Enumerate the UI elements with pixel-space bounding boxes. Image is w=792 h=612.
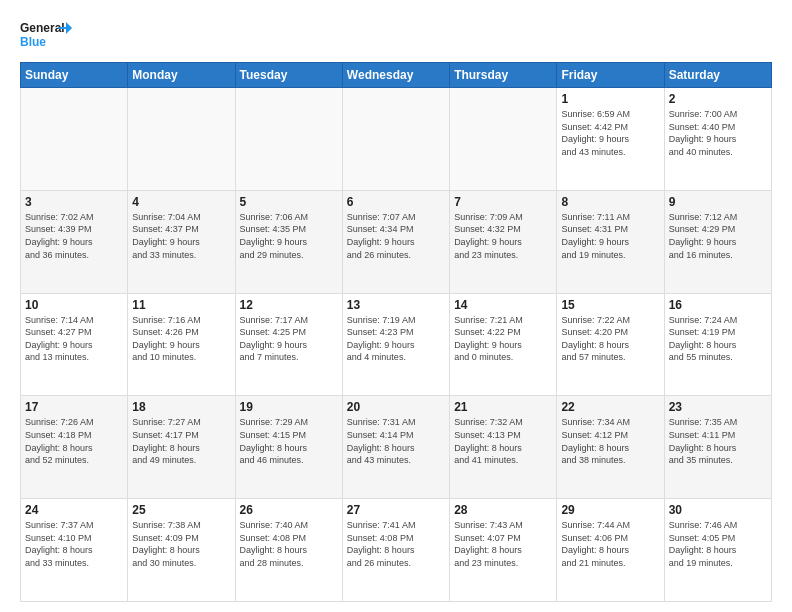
day-number: 23: [669, 400, 767, 414]
calendar-cell: [235, 88, 342, 191]
calendar-cell: 15Sunrise: 7:22 AM Sunset: 4:20 PM Dayli…: [557, 293, 664, 396]
day-number: 27: [347, 503, 445, 517]
logo: General Blue: [20, 16, 72, 54]
calendar-cell: 19Sunrise: 7:29 AM Sunset: 4:15 PM Dayli…: [235, 396, 342, 499]
calendar-cell: 12Sunrise: 7:17 AM Sunset: 4:25 PM Dayli…: [235, 293, 342, 396]
weekday-header: Tuesday: [235, 63, 342, 88]
calendar-cell: 20Sunrise: 7:31 AM Sunset: 4:14 PM Dayli…: [342, 396, 449, 499]
day-info: Sunrise: 7:29 AM Sunset: 4:15 PM Dayligh…: [240, 416, 338, 466]
day-info: Sunrise: 7:21 AM Sunset: 4:22 PM Dayligh…: [454, 314, 552, 364]
day-number: 21: [454, 400, 552, 414]
calendar-cell: 9Sunrise: 7:12 AM Sunset: 4:29 PM Daylig…: [664, 190, 771, 293]
calendar-cell: 11Sunrise: 7:16 AM Sunset: 4:26 PM Dayli…: [128, 293, 235, 396]
calendar-cell: 5Sunrise: 7:06 AM Sunset: 4:35 PM Daylig…: [235, 190, 342, 293]
day-info: Sunrise: 6:59 AM Sunset: 4:42 PM Dayligh…: [561, 108, 659, 158]
calendar-cell: [450, 88, 557, 191]
day-info: Sunrise: 7:12 AM Sunset: 4:29 PM Dayligh…: [669, 211, 767, 261]
day-number: 17: [25, 400, 123, 414]
calendar-cell: [21, 88, 128, 191]
calendar-cell: [128, 88, 235, 191]
day-number: 2: [669, 92, 767, 106]
day-number: 29: [561, 503, 659, 517]
day-info: Sunrise: 7:40 AM Sunset: 4:08 PM Dayligh…: [240, 519, 338, 569]
day-info: Sunrise: 7:31 AM Sunset: 4:14 PM Dayligh…: [347, 416, 445, 466]
calendar-cell: 30Sunrise: 7:46 AM Sunset: 4:05 PM Dayli…: [664, 499, 771, 602]
calendar-cell: 21Sunrise: 7:32 AM Sunset: 4:13 PM Dayli…: [450, 396, 557, 499]
day-info: Sunrise: 7:35 AM Sunset: 4:11 PM Dayligh…: [669, 416, 767, 466]
calendar-cell: 18Sunrise: 7:27 AM Sunset: 4:17 PM Dayli…: [128, 396, 235, 499]
day-number: 28: [454, 503, 552, 517]
day-info: Sunrise: 7:00 AM Sunset: 4:40 PM Dayligh…: [669, 108, 767, 158]
day-number: 7: [454, 195, 552, 209]
calendar-cell: 16Sunrise: 7:24 AM Sunset: 4:19 PM Dayli…: [664, 293, 771, 396]
day-number: 14: [454, 298, 552, 312]
day-number: 8: [561, 195, 659, 209]
day-number: 12: [240, 298, 338, 312]
day-info: Sunrise: 7:11 AM Sunset: 4:31 PM Dayligh…: [561, 211, 659, 261]
weekday-header: Wednesday: [342, 63, 449, 88]
day-info: Sunrise: 7:22 AM Sunset: 4:20 PM Dayligh…: [561, 314, 659, 364]
weekday-header: Monday: [128, 63, 235, 88]
day-number: 19: [240, 400, 338, 414]
day-number: 13: [347, 298, 445, 312]
calendar-cell: 17Sunrise: 7:26 AM Sunset: 4:18 PM Dayli…: [21, 396, 128, 499]
weekday-header: Sunday: [21, 63, 128, 88]
day-info: Sunrise: 7:26 AM Sunset: 4:18 PM Dayligh…: [25, 416, 123, 466]
svg-text:Blue: Blue: [20, 35, 46, 49]
calendar-cell: 8Sunrise: 7:11 AM Sunset: 4:31 PM Daylig…: [557, 190, 664, 293]
svg-text:General: General: [20, 21, 65, 35]
page: General Blue SundayMondayTuesdayWednesda…: [0, 0, 792, 612]
weekday-header: Friday: [557, 63, 664, 88]
calendar-cell: 6Sunrise: 7:07 AM Sunset: 4:34 PM Daylig…: [342, 190, 449, 293]
day-number: 4: [132, 195, 230, 209]
calendar-cell: 26Sunrise: 7:40 AM Sunset: 4:08 PM Dayli…: [235, 499, 342, 602]
day-info: Sunrise: 7:06 AM Sunset: 4:35 PM Dayligh…: [240, 211, 338, 261]
calendar-cell: 10Sunrise: 7:14 AM Sunset: 4:27 PM Dayli…: [21, 293, 128, 396]
calendar-cell: 3Sunrise: 7:02 AM Sunset: 4:39 PM Daylig…: [21, 190, 128, 293]
day-info: Sunrise: 7:19 AM Sunset: 4:23 PM Dayligh…: [347, 314, 445, 364]
calendar-cell: 2Sunrise: 7:00 AM Sunset: 4:40 PM Daylig…: [664, 88, 771, 191]
day-number: 1: [561, 92, 659, 106]
day-info: Sunrise: 7:04 AM Sunset: 4:37 PM Dayligh…: [132, 211, 230, 261]
day-info: Sunrise: 7:16 AM Sunset: 4:26 PM Dayligh…: [132, 314, 230, 364]
day-number: 9: [669, 195, 767, 209]
weekday-header: Thursday: [450, 63, 557, 88]
day-info: Sunrise: 7:34 AM Sunset: 4:12 PM Dayligh…: [561, 416, 659, 466]
day-info: Sunrise: 7:17 AM Sunset: 4:25 PM Dayligh…: [240, 314, 338, 364]
calendar-cell: 23Sunrise: 7:35 AM Sunset: 4:11 PM Dayli…: [664, 396, 771, 499]
day-info: Sunrise: 7:41 AM Sunset: 4:08 PM Dayligh…: [347, 519, 445, 569]
day-info: Sunrise: 7:24 AM Sunset: 4:19 PM Dayligh…: [669, 314, 767, 364]
day-number: 25: [132, 503, 230, 517]
day-number: 20: [347, 400, 445, 414]
day-info: Sunrise: 7:44 AM Sunset: 4:06 PM Dayligh…: [561, 519, 659, 569]
day-info: Sunrise: 7:43 AM Sunset: 4:07 PM Dayligh…: [454, 519, 552, 569]
day-info: Sunrise: 7:32 AM Sunset: 4:13 PM Dayligh…: [454, 416, 552, 466]
calendar-cell: 29Sunrise: 7:44 AM Sunset: 4:06 PM Dayli…: [557, 499, 664, 602]
calendar-cell: 13Sunrise: 7:19 AM Sunset: 4:23 PM Dayli…: [342, 293, 449, 396]
day-info: Sunrise: 7:27 AM Sunset: 4:17 PM Dayligh…: [132, 416, 230, 466]
day-number: 6: [347, 195, 445, 209]
day-number: 5: [240, 195, 338, 209]
day-number: 22: [561, 400, 659, 414]
day-info: Sunrise: 7:14 AM Sunset: 4:27 PM Dayligh…: [25, 314, 123, 364]
day-number: 24: [25, 503, 123, 517]
day-info: Sunrise: 7:38 AM Sunset: 4:09 PM Dayligh…: [132, 519, 230, 569]
calendar-cell: 4Sunrise: 7:04 AM Sunset: 4:37 PM Daylig…: [128, 190, 235, 293]
day-number: 26: [240, 503, 338, 517]
calendar-cell: [342, 88, 449, 191]
day-number: 10: [25, 298, 123, 312]
calendar-cell: 14Sunrise: 7:21 AM Sunset: 4:22 PM Dayli…: [450, 293, 557, 396]
day-info: Sunrise: 7:02 AM Sunset: 4:39 PM Dayligh…: [25, 211, 123, 261]
calendar-cell: 1Sunrise: 6:59 AM Sunset: 4:42 PM Daylig…: [557, 88, 664, 191]
day-number: 16: [669, 298, 767, 312]
calendar-cell: 22Sunrise: 7:34 AM Sunset: 4:12 PM Dayli…: [557, 396, 664, 499]
header: General Blue: [20, 16, 772, 54]
day-number: 30: [669, 503, 767, 517]
calendar: SundayMondayTuesdayWednesdayThursdayFrid…: [20, 62, 772, 602]
weekday-header: Saturday: [664, 63, 771, 88]
day-info: Sunrise: 7:07 AM Sunset: 4:34 PM Dayligh…: [347, 211, 445, 261]
logo-svg: General Blue: [20, 16, 72, 54]
calendar-cell: 25Sunrise: 7:38 AM Sunset: 4:09 PM Dayli…: [128, 499, 235, 602]
calendar-cell: 28Sunrise: 7:43 AM Sunset: 4:07 PM Dayli…: [450, 499, 557, 602]
day-number: 11: [132, 298, 230, 312]
